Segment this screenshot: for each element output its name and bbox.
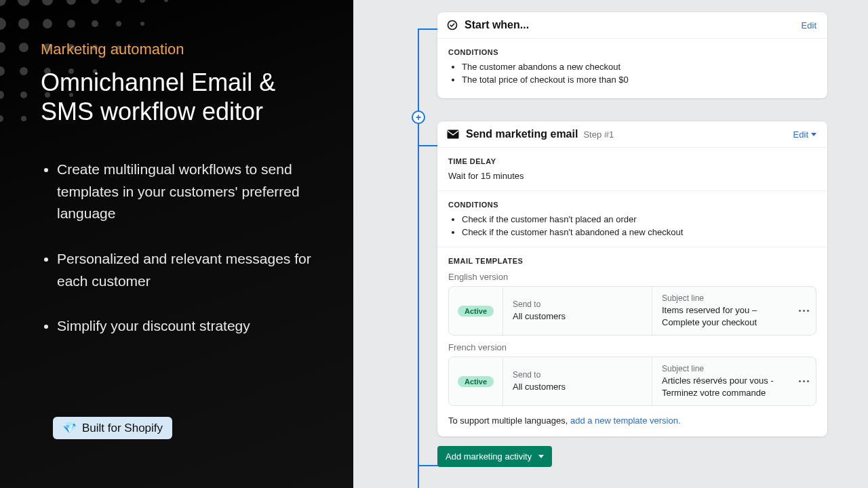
subject-label: Subject line xyxy=(662,293,782,303)
svg-point-22 xyxy=(20,67,28,75)
feature-bullet: Simplify your discount strategy xyxy=(57,315,313,338)
svg-point-27 xyxy=(20,92,27,98)
svg-point-1 xyxy=(18,0,30,6)
edit-email-step-link[interactable]: Edit xyxy=(793,129,816,140)
eyebrow: Marketing automation xyxy=(41,41,313,58)
svg-point-12 xyxy=(92,20,98,27)
left-promo-panel: Marketing automation Omnichannel Email &… xyxy=(0,0,353,488)
conditions-label: CONDITIONS xyxy=(448,48,816,56)
flow-connector-vertical xyxy=(418,28,419,488)
svg-point-5 xyxy=(115,0,122,3)
svg-point-2 xyxy=(42,0,53,5)
add-marketing-activity-button[interactable]: Add marketing activity xyxy=(437,446,552,467)
send-to-value: All customers xyxy=(513,381,642,393)
svg-point-13 xyxy=(116,21,121,26)
time-delay-label: TIME DELAY xyxy=(448,157,816,165)
start-card-title: Start when... xyxy=(465,19,529,31)
chevron-down-icon xyxy=(811,133,816,136)
send-to-value: All customers xyxy=(513,310,642,323)
svg-point-6 xyxy=(140,0,145,3)
svg-point-11 xyxy=(67,20,75,28)
edit-start-link[interactable]: Edit xyxy=(802,20,816,30)
condition-item: The customer abandons a new checkout xyxy=(462,62,816,72)
email-step-card: Send marketing email Step #1 Edit TIME D… xyxy=(437,121,827,436)
mail-icon xyxy=(447,129,459,139)
email-conditions-list: Check if the customer hasn't placed an o… xyxy=(448,214,816,237)
svg-point-10 xyxy=(43,19,52,28)
add-step-node[interactable]: + xyxy=(412,110,425,124)
start-conditions-list: The customer abandons a new checkout The… xyxy=(448,62,816,85)
subject-value: Articles réservés pour vous - Terminez v… xyxy=(662,375,782,399)
template-more-menu[interactable] xyxy=(791,287,816,335)
flow-connector-horizontal xyxy=(418,465,438,466)
subject-value: Items reserved for you – Complete your c… xyxy=(662,304,782,328)
svg-point-21 xyxy=(0,66,5,76)
svg-point-7 xyxy=(164,0,168,2)
template-version-label: English version xyxy=(448,272,816,282)
template-row-french[interactable]: Active Send to All customers Subject lin… xyxy=(448,357,816,406)
step-number: Step #1 xyxy=(583,129,614,140)
svg-point-0 xyxy=(0,0,6,6)
subject-label: Subject line xyxy=(662,364,782,373)
condition-item: Check if the customer hasn't placed an o… xyxy=(462,214,816,224)
built-for-shopify-badge: 💎 Built for Shopify xyxy=(53,417,172,439)
diamond-icon: 💎 xyxy=(62,421,77,435)
check-circle-icon xyxy=(447,20,458,30)
support-languages-text: To support multiple languages, add a new… xyxy=(448,415,816,426)
svg-point-30 xyxy=(0,115,3,122)
svg-point-3 xyxy=(66,0,76,5)
add-template-version-link[interactable]: add a new template version. xyxy=(570,415,681,426)
template-row-english[interactable]: Active Send to All customers Subject lin… xyxy=(448,286,816,336)
time-delay-value: Wait for 15 minutes xyxy=(448,171,816,181)
email-templates-label: EMAIL TEMPLATES xyxy=(448,257,816,265)
svg-rect-34 xyxy=(448,130,459,139)
badge-label: Built for Shopify xyxy=(82,422,163,435)
send-to-label: Send to xyxy=(513,370,642,380)
condition-item: The total price of checkout is more than… xyxy=(462,75,816,85)
chevron-down-icon xyxy=(538,455,544,458)
svg-point-9 xyxy=(18,18,29,29)
status-badge: Active xyxy=(458,376,494,387)
svg-point-31 xyxy=(21,116,26,121)
svg-point-8 xyxy=(0,18,6,30)
headline: Omnichannel Email & SMS workflow editor xyxy=(41,68,313,126)
workflow-canvas: Start when... Edit CONDITIONS The custom… xyxy=(353,0,868,488)
svg-point-16 xyxy=(19,43,28,52)
template-version-label: French version xyxy=(448,342,816,352)
conditions-label: CONDITIONS xyxy=(448,201,816,209)
feature-bullet: Create multilingual workflows to send te… xyxy=(57,159,313,225)
condition-item: Check if the customer hasn't abandoned a… xyxy=(462,227,816,237)
start-trigger-card: Start when... Edit CONDITIONS The custom… xyxy=(437,12,827,98)
svg-point-26 xyxy=(0,91,4,99)
template-more-menu[interactable] xyxy=(791,357,816,405)
feature-bullets: Create multilingual workflows to send te… xyxy=(41,159,313,337)
flow-connector-horizontal xyxy=(418,145,438,146)
email-step-title: Send marketing email xyxy=(466,128,578,140)
send-to-label: Send to xyxy=(513,300,642,309)
flow-connector-horizontal xyxy=(418,28,438,30)
status-badge: Active xyxy=(458,306,494,317)
svg-point-4 xyxy=(91,0,99,4)
svg-point-15 xyxy=(0,42,5,53)
svg-point-14 xyxy=(140,22,144,26)
feature-bullet: Personalized and relevant messages for e… xyxy=(57,248,313,292)
